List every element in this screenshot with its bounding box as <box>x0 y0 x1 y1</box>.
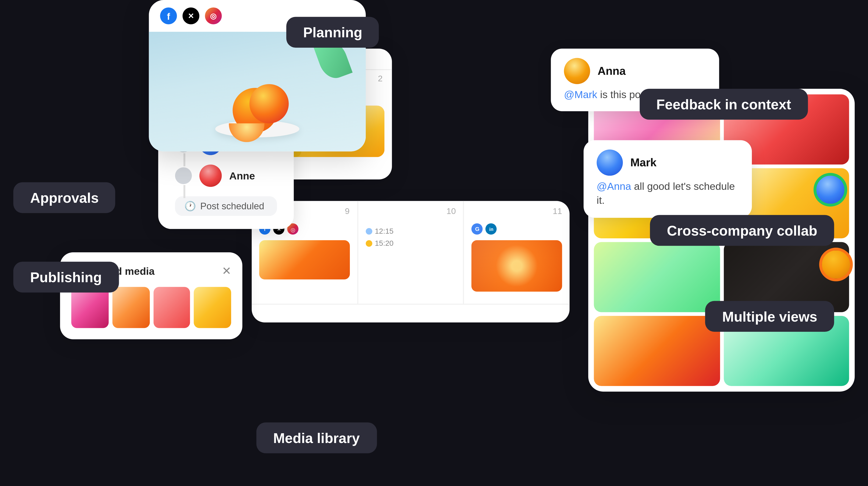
upload-media-grid <box>71 287 231 328</box>
cal-post-thumb-1 <box>259 240 349 280</box>
time-slot-2: 15:20 <box>366 239 456 248</box>
media-library-badge: Media library <box>256 422 377 453</box>
time-dot-yellow <box>366 240 372 247</box>
avatar-anne <box>199 164 222 187</box>
google-icon-cal: G <box>472 223 483 234</box>
mark-bubble-header: Mark <box>597 150 739 176</box>
media-thumb-3[interactable] <box>153 287 190 328</box>
publishing-badge: Publishing <box>13 262 119 293</box>
linkedin-icon-cal: in <box>486 223 497 234</box>
feedback-bubble-mark: Mark @Anna all good let's schedule it. <box>584 140 752 218</box>
cal-col-10: 10 12:15 15:20 <box>358 201 464 303</box>
big-post-image <box>149 32 366 152</box>
media-thumb-1[interactable] <box>71 287 108 328</box>
cal-col-11: 11 G in <box>464 201 569 303</box>
cross-company-collab-badge: Cross-company collab <box>650 215 834 246</box>
scheduled-pill: 🕐 Post scheduled <box>175 196 277 216</box>
calendar-week-card: 9 f ✕ ◎ 10 12:15 <box>252 201 569 322</box>
media-thumb-2[interactable] <box>112 287 149 328</box>
check-pending-icon-2 <box>175 167 192 184</box>
mark-avatar <box>597 150 623 176</box>
anna-bubble-header: Anna <box>564 58 706 84</box>
planning-badge: Planning <box>286 17 379 48</box>
feedback-in-context-badge: Feedback in context <box>640 89 808 120</box>
approval-name-anne: Anne <box>229 170 255 181</box>
approvals-badge: Approvals <box>13 182 116 213</box>
cal-post-thumb-2 <box>472 240 562 292</box>
x-social-icon: ✕ <box>182 7 199 24</box>
time-slot-1: 12:15 <box>366 227 456 235</box>
media-cell-7 <box>594 316 719 386</box>
collab-avatar-2 <box>819 248 853 281</box>
close-button[interactable]: ✕ <box>222 264 231 277</box>
media-cell-5 <box>594 242 719 312</box>
collab-avatar-1 <box>813 173 847 206</box>
multiple-views-badge: Multiple views <box>706 301 834 332</box>
instagram-social-icon: ◎ <box>205 7 222 24</box>
facebook-social-icon: f <box>160 7 177 24</box>
media-thumb-4[interactable] <box>194 287 231 328</box>
anna-avatar <box>564 58 590 84</box>
time-dot-blue <box>366 228 372 234</box>
approval-row-anne: Anne <box>175 164 277 187</box>
mark-bubble-text: @Anna all good let's schedule it. <box>597 180 739 208</box>
